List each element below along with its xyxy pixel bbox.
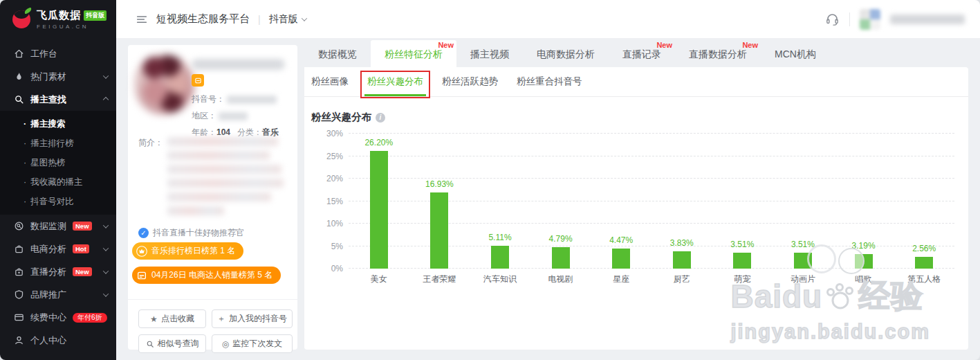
bar-value-label: 4.47% <box>609 235 633 245</box>
y-axis-tick: 30% <box>314 129 343 138</box>
profile-action-button-3[interactable]: ◎监控下次发文 <box>212 334 293 353</box>
sidebar-subitem-0[interactable]: 播主搜索 <box>0 114 116 134</box>
bars-area: 26.20%16.93%5.11%4.79%4.47%3.83%3.51%3.5… <box>349 134 954 269</box>
sidebar-item-7[interactable]: 续费中心年付6折 <box>0 306 116 329</box>
chevron-down-icon <box>103 73 109 78</box>
profile-action-button-1[interactable]: ＋加入我的抖音号 <box>212 309 293 328</box>
x-axis-category-label: 电视剧 <box>530 273 591 285</box>
sidebar-badge: New <box>73 267 92 276</box>
subtab-label: 粉丝画像 <box>311 75 349 88</box>
sidebar-subitem-label: 星图热榜 <box>30 157 65 169</box>
user-name-blurred[interactable] <box>890 15 965 24</box>
bar[interactable] <box>855 254 873 269</box>
tab-3[interactable]: 电商数据分析 <box>523 40 609 67</box>
sidebar-item-8[interactable]: 个人中心 <box>0 329 116 352</box>
profile-action-label: 点击收藏 <box>161 313 194 325</box>
x-axis-category-label: 第五人格 <box>894 273 954 285</box>
tab-1[interactable]: 粉丝特征分析New <box>371 40 456 67</box>
tab-5[interactable]: 直播数据分析New <box>675 40 761 67</box>
bar[interactable] <box>915 257 933 269</box>
y-axis-tick: 0% <box>314 264 343 273</box>
sidebar: 飞瓜数据 抖音版 FEIGUA.CN 工作台热门素材播主查找播主搜索播主排行榜星… <box>0 0 116 360</box>
chevron-down-icon <box>103 268 109 273</box>
ticket-icon <box>136 270 147 281</box>
profile-card: 抖音号： 地区： 年龄：104 分类：音乐 简介： <box>128 45 297 350</box>
sidebar-subitem-4[interactable]: 抖音号对比 <box>0 192 116 211</box>
brand-name: 飞瓜数据 <box>37 9 81 22</box>
tab-label: 直播数据分析 <box>689 48 747 61</box>
feigua-dashboard-page: 飞瓜数据 抖音版 FEIGUA.CN 工作台热门素材播主查找播主搜索播主排行榜星… <box>0 0 980 360</box>
user-avatar-blurred[interactable] <box>860 9 880 30</box>
sidebar-subitem-3[interactable]: 我收藏的播主 <box>0 172 116 192</box>
subtab-2[interactable]: 粉丝活跃趋势 <box>442 67 498 96</box>
bar[interactable] <box>612 249 630 269</box>
tab-4[interactable]: 直播记录New <box>609 40 675 67</box>
sidebar-subitem-1[interactable]: 播主排行榜 <box>0 134 116 153</box>
tab-new-badge: New <box>438 41 454 49</box>
bar-value-label: 3.51% <box>791 240 815 249</box>
brand-logo[interactable]: 飞瓜数据 抖音版 FEIGUA.CN <box>0 0 116 38</box>
tab-6[interactable]: MCN机构 <box>761 40 830 67</box>
x-axis-category-label: 美女 <box>349 273 409 285</box>
bar[interactable] <box>733 253 751 269</box>
sidebar-subitem-2[interactable]: 星图热榜 <box>0 153 116 172</box>
verified-check-icon: ✓ <box>138 228 149 238</box>
sidebar-subitem-label: 我收藏的播主 <box>30 177 82 188</box>
sidebar-item-5[interactable]: 直播分析New <box>0 260 116 283</box>
topbar-vertical-divider <box>849 12 850 26</box>
tab-label: MCN机构 <box>775 48 816 61</box>
y-axis-tick: 25% <box>314 152 343 161</box>
bar[interactable] <box>794 253 812 269</box>
bar[interactable] <box>370 151 388 269</box>
bar-group: 3.83% <box>651 134 712 269</box>
subtab-3[interactable]: 粉丝重合抖音号 <box>517 67 582 96</box>
y-axis-tick: 15% <box>314 197 343 206</box>
bar-group: 16.93% <box>409 134 470 269</box>
x-axis-category-label: 动画片 <box>773 273 833 285</box>
tab-new-badge: New <box>742 41 758 49</box>
profile-divider <box>128 299 297 300</box>
bar-group: 3.19% <box>833 134 894 269</box>
tab-2[interactable]: 播主视频 <box>456 40 523 67</box>
support-headset-icon[interactable] <box>825 12 840 26</box>
sidebar-subitem-label: 播主排行榜 <box>30 138 74 150</box>
chevron-up-icon <box>103 96 109 102</box>
bar[interactable] <box>673 251 691 269</box>
topbar-divider: | <box>258 14 261 25</box>
x-axis-category-label: 汽车知识 <box>470 273 530 285</box>
musician-badge-icon <box>192 74 204 87</box>
bar[interactable] <box>430 192 448 269</box>
sidebar-item-6[interactable]: 品牌推广 <box>0 283 116 306</box>
info-icon[interactable]: i <box>376 113 385 123</box>
subtab-1[interactable]: 粉丝兴趣分布 <box>367 67 423 96</box>
sidebar-item-3[interactable]: 数据监测New <box>0 215 116 237</box>
bar-group: 3.51% <box>773 134 833 269</box>
tab-0[interactable]: 数据概览 <box>304 40 371 67</box>
edition-selector[interactable]: 抖音版 <box>269 13 306 26</box>
region-row: 地区： <box>192 107 279 124</box>
bar[interactable] <box>552 247 570 269</box>
profile-action-button-2[interactable]: 相似号查询 <box>138 334 206 353</box>
age-value: 104 <box>216 127 230 137</box>
bar-value-label: 4.79% <box>549 234 573 244</box>
subtab-0[interactable]: 粉丝画像 <box>311 67 349 96</box>
sidebar-item-0[interactable]: 工作台 <box>0 42 116 65</box>
x-axis-category-label: 星座 <box>591 273 651 285</box>
sidebar-item-label: 个人中心 <box>30 334 66 347</box>
hamburger-menu-icon[interactable] <box>136 13 148 26</box>
x-axis-category-label: 萌宠 <box>712 273 773 285</box>
verified-text: 抖音直播十佳好物推荐官 <box>153 227 244 239</box>
bar[interactable] <box>491 246 509 269</box>
sidebar-item-4[interactable]: 电商分析Hot <box>0 237 116 260</box>
profile-action-button-0[interactable]: ★点击收藏 <box>138 309 206 328</box>
sidebar-item-1[interactable]: 热门素材 <box>0 65 116 88</box>
platform-title: 短视频生态服务平台 <box>156 12 250 26</box>
tab-label: 数据概览 <box>318 48 357 61</box>
sidebar-item-2[interactable]: 播主查找 <box>0 88 116 111</box>
bar-value-label: 16.93% <box>425 179 454 189</box>
monitor-icon <box>14 221 24 231</box>
bar-group: 4.47% <box>591 134 651 269</box>
feigua-melon-icon <box>12 10 30 28</box>
sidebar-menu: 工作台热门素材播主查找播主搜索播主排行榜星图热榜我收藏的播主抖音号对比数据监测N… <box>0 38 116 352</box>
category-value: 音乐 <box>262 127 279 137</box>
